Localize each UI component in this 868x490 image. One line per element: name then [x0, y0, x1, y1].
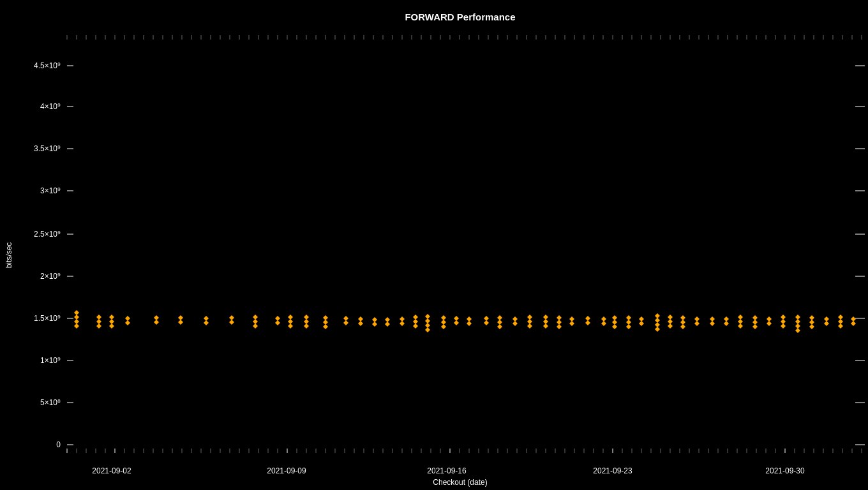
- x-tick-0916: 2021-09-16: [427, 466, 467, 475]
- x-tick-0930: 2021-09-30: [765, 466, 805, 475]
- data-cluster-29: [557, 315, 562, 329]
- chart-title: FORWARD Performance: [405, 11, 515, 22]
- data-cluster-42: [738, 315, 743, 329]
- data-cluster-13: [323, 315, 328, 329]
- data-cluster-28: [543, 315, 548, 329]
- y-tick-3000m: 3×10⁹: [40, 186, 61, 195]
- y-tick-500m: 5×10⁸: [40, 398, 61, 407]
- data-cluster-2: [96, 315, 101, 329]
- data-cluster-34: [626, 315, 631, 329]
- data-cluster-12: [304, 315, 309, 329]
- data-cluster-33: [612, 315, 617, 329]
- data-cluster-9: [253, 315, 258, 329]
- x-tick-0909: 2021-09-09: [267, 466, 306, 475]
- y-tick-2500m: 2.5×10⁹: [34, 230, 61, 239]
- data-cluster-25: [497, 315, 502, 329]
- chart-container: FORWARD Performance: [0, 0, 868, 490]
- y-tick-2000m: 2×10⁹: [40, 272, 61, 281]
- data-cluster-37: [668, 315, 673, 329]
- x-axis-label: Checkout (date): [433, 478, 487, 487]
- data-cluster-45: [781, 315, 786, 329]
- x-tick-0902: 2021-09-02: [92, 466, 131, 475]
- data-cluster-11: [288, 315, 293, 329]
- x-tick-0923: 2021-09-23: [593, 466, 632, 475]
- data-cluster-47: [809, 315, 814, 329]
- data-cluster-49: [838, 315, 843, 329]
- y-tick-0: 0: [56, 440, 61, 449]
- data-cluster-21: [441, 315, 446, 329]
- data-cluster-38: [680, 315, 685, 329]
- y-tick-3500m: 3.5×10⁹: [34, 144, 61, 153]
- y-tick-1000m: 1×10⁹: [40, 356, 61, 365]
- performance-chart: FORWARD Performance: [0, 0, 868, 490]
- data-cluster-19: [413, 315, 418, 329]
- chart-background: [0, 0, 868, 490]
- data-cluster-27: [527, 315, 532, 329]
- y-tick-1500m: 1.5×10⁹: [34, 314, 61, 323]
- y-tick-4000m: 4×10⁹: [40, 102, 61, 111]
- data-cluster-3: [109, 315, 114, 329]
- y-tick-4500m: 4.5×10⁹: [34, 61, 61, 70]
- y-axis-label: bits/sec: [4, 242, 13, 269]
- data-cluster-43: [752, 315, 758, 329]
